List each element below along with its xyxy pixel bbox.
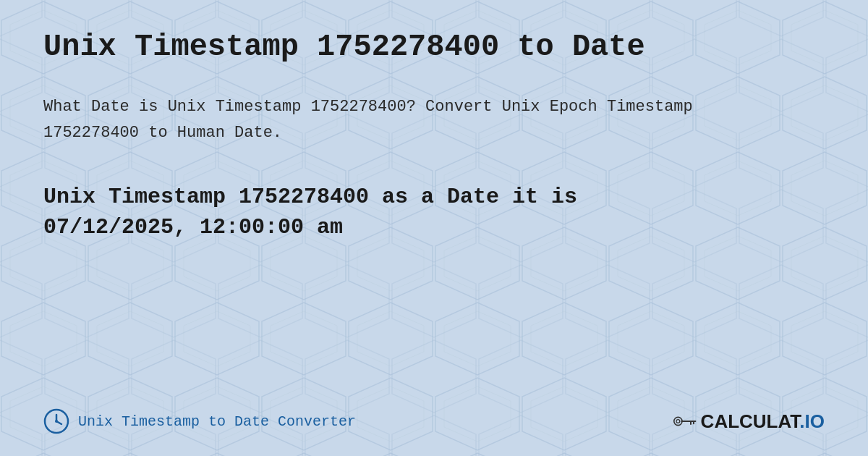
logo-text: CALCULAT.IO: [701, 410, 825, 433]
result-line2: 07/12/2025, 12:00:00 am: [43, 215, 343, 240]
calculat-logo[interactable]: CALCULAT.IO: [673, 410, 825, 433]
svg-point-9: [55, 420, 58, 423]
result-text: Unix Timestamp 1752278400 as a Date it i…: [43, 182, 825, 242]
svg-point-11: [676, 420, 680, 423]
footer-link-text[interactable]: Unix Timestamp to Date Converter: [78, 413, 356, 430]
key-icon: [673, 414, 697, 428]
page-title: Unix Timestamp 1752278400 to Date: [43, 29, 825, 65]
footer-left[interactable]: Unix Timestamp to Date Converter: [43, 408, 356, 434]
result-line1: Unix Timestamp 1752278400 as a Date it i…: [43, 185, 577, 209]
result-section: Unix Timestamp 1752278400 as a Date it i…: [43, 182, 825, 242]
clock-icon: [43, 408, 69, 434]
description-text: What Date is Unix Timestamp 1752278400? …: [43, 94, 694, 145]
footer: Unix Timestamp to Date Converter CALCULA…: [43, 408, 825, 434]
